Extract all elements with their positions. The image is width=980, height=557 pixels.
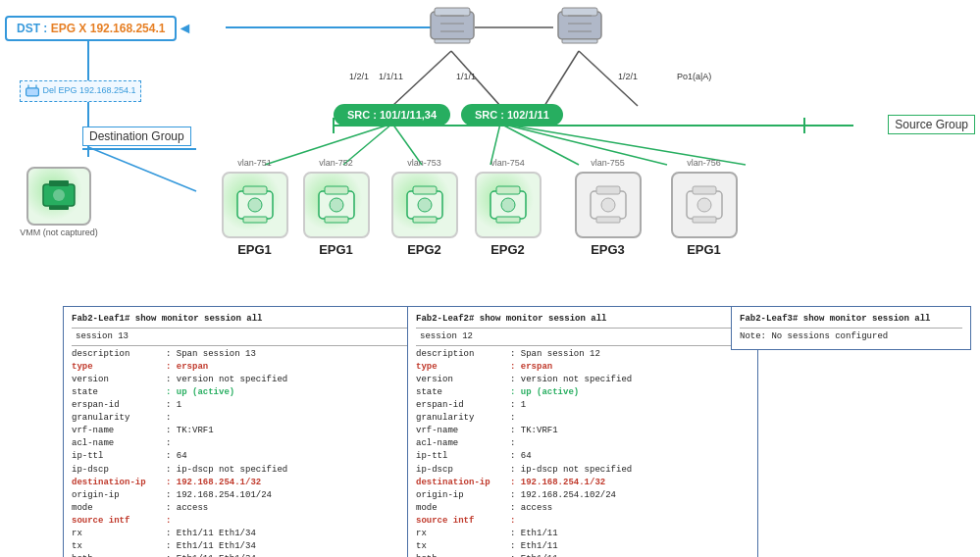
epg-node-5: vlan-755 EPG3 xyxy=(566,172,649,257)
terminal-leaf1-dstip: destination-ip: 192.168.254.1/32 xyxy=(72,477,415,489)
svg-point-38 xyxy=(53,189,65,201)
svg-point-58 xyxy=(601,198,615,212)
terminal-leaf1-ttl: ip-ttl: 64 xyxy=(72,450,415,463)
vmm-label: VMM (not captured) xyxy=(15,228,103,237)
spine-switch-2 xyxy=(554,4,605,51)
port-label-4: Po1(a|A) xyxy=(677,72,711,81)
terminal-leaf3-note: Note: No sessions configured xyxy=(740,330,962,343)
terminal-leaf1-mode: mode: access xyxy=(72,502,415,515)
svg-rect-43 xyxy=(243,217,267,223)
svg-point-50 xyxy=(418,198,432,212)
terminal-leaf2-version: version: version not specified xyxy=(416,374,749,386)
epg-label-2: EPG1 xyxy=(294,242,378,257)
svg-point-62 xyxy=(697,198,711,212)
dst-arrow: ◄ xyxy=(178,20,193,37)
dst-epg: EPG X xyxy=(51,22,87,35)
svg-rect-23 xyxy=(435,39,470,43)
terminal-leaf2-both: both: Eth1/11 xyxy=(416,553,749,557)
terminal-leaf1-acl: acl-name: xyxy=(72,437,415,450)
vlan-label-1: vlan-751 xyxy=(237,158,272,168)
svg-rect-45 xyxy=(325,186,348,194)
connection-lines xyxy=(0,0,980,304)
terminal-leaf2-session: session 12 xyxy=(420,330,749,343)
terminal-leaf2-rx: rx: Eth1/11 xyxy=(416,528,749,540)
epg-node-4: vlan-754 EPG2 xyxy=(466,172,549,257)
terminal-leaf2-tx: tx: Eth1/11 xyxy=(416,540,749,553)
terminal-leaf1-vrf: vrf-name: TK:VRF1 xyxy=(72,425,415,437)
terminal-leaf1-version: version: version not specified xyxy=(72,374,415,386)
svg-rect-28 xyxy=(562,8,597,16)
svg-rect-33 xyxy=(26,88,39,96)
vmm-box: VMM (not captured) xyxy=(15,167,103,237)
network-diagram: DST : EPG X 192.168.254.1 ◄ 1/2/1 1/1/11… xyxy=(0,0,980,304)
epg-label-3: EPG2 xyxy=(383,242,466,257)
terminal-leaf1-session: session 13 xyxy=(76,330,415,343)
src-box-2: SRC : 102/1/11 xyxy=(461,104,563,126)
epg-label-4: EPG2 xyxy=(466,242,549,257)
terminal-leaf1-desc: description: Span session 13 xyxy=(72,348,415,361)
terminal-leaf1-cmd: Fab2-Leaf1# show monitor session all xyxy=(72,313,415,326)
vlan-label-5: vlan-755 xyxy=(591,158,625,168)
epg-label-6: EPG1 xyxy=(662,242,746,257)
svg-rect-53 xyxy=(496,186,520,194)
terminal-leaf1-origip: origin-ip: 192.168.254.101/24 xyxy=(72,489,415,502)
terminal-leaf1-type: type: erspan xyxy=(72,361,415,374)
source-group-label: Source Group xyxy=(888,115,975,134)
terminal-leaf2-cmd: Fab2-Leaf2# show monitor session all xyxy=(416,313,749,326)
dst-epg-indicator: Del EPG 192.168.254.1 xyxy=(20,80,141,102)
terminal-leaf3-cmd: Fab2-Leaf3# show monitor session all xyxy=(740,313,962,326)
dst-ip: 192.168.254.1 xyxy=(90,22,166,35)
terminal-leaf2-gran: granularity: xyxy=(416,412,749,425)
terminal-leaf2-ttl: ip-ttl: 64 xyxy=(416,450,749,463)
vlan-label-6: vlan-756 xyxy=(687,158,721,168)
terminal-leaf2-origip: origin-ip: 192.168.254.102/24 xyxy=(416,489,749,502)
svg-rect-49 xyxy=(413,186,437,194)
svg-rect-63 xyxy=(693,217,716,223)
epg-node-6: vlan-756 EPG1 xyxy=(662,172,746,257)
svg-line-2 xyxy=(544,51,579,106)
terminal-leaf1-state: state: up (active) xyxy=(72,386,415,399)
svg-rect-51 xyxy=(413,217,437,223)
svg-rect-57 xyxy=(596,186,620,194)
epg-node-1: vlan-751 EPG1 xyxy=(213,172,296,257)
epg-label-1: EPG1 xyxy=(213,242,296,257)
terminal-leaf1-tx: tx: Eth1/11 Eth1/34 xyxy=(72,540,415,553)
dst-epg-box: DST : EPG X 192.168.254.1 ◄ xyxy=(5,16,177,41)
terminal-leaf1: Fab2-Leaf1# show monitor session all ses… xyxy=(63,306,424,557)
vlan-label-4: vlan-754 xyxy=(490,158,525,168)
svg-rect-41 xyxy=(243,186,267,194)
terminal-leaf1-dscp: ip-dscp: ip-dscp not specified xyxy=(72,464,415,477)
svg-line-10 xyxy=(500,124,667,165)
port-label-1: 1/1/11 xyxy=(379,72,403,81)
spine-switch-1 xyxy=(427,4,478,51)
epg-label-5: EPG3 xyxy=(566,242,649,257)
terminal-leaf2-dstip: destination-ip: 192.168.254.1/32 xyxy=(416,477,749,489)
svg-rect-47 xyxy=(325,217,348,223)
svg-point-42 xyxy=(248,198,262,212)
port-label-0: 1/2/1 xyxy=(349,72,369,81)
terminal-leaf1-erspan: erspan-id: 1 xyxy=(72,399,415,412)
terminal-leaf2-type: type: erspan xyxy=(416,361,749,374)
terminal-leaf2-desc: description: Span session 12 xyxy=(416,348,749,361)
svg-rect-37 xyxy=(49,180,69,186)
terminal-leaf1-srcintf: source intf: xyxy=(72,515,415,528)
terminal-leaf2-vrf: vrf-name: TK:VRF1 xyxy=(416,425,749,437)
terminal-leaf2-mode: mode: access xyxy=(416,502,749,515)
epg-node-3: vlan-753 EPG2 xyxy=(383,172,466,257)
svg-rect-29 xyxy=(562,39,597,43)
svg-rect-55 xyxy=(496,217,520,223)
dst-label: DST : xyxy=(17,22,51,35)
epg-node-2: vlan-752 EPG1 xyxy=(294,172,378,257)
terminal-leaf1-both: both: Eth1/11 Eth1/34 xyxy=(72,553,415,557)
vlan-label-2: vlan-752 xyxy=(319,158,353,168)
svg-point-46 xyxy=(330,198,343,212)
terminal-leaf2-srcintf: source intf: xyxy=(416,515,749,528)
terminal-leaf3: Fab2-Leaf3# show monitor session all Not… xyxy=(731,306,971,350)
src-box-1: SRC : 101/1/11,34 xyxy=(334,104,450,126)
terminal-leaf2-erspan: erspan-id: 1 xyxy=(416,399,749,412)
destination-group-label: Destination Group xyxy=(82,127,191,146)
svg-rect-59 xyxy=(596,217,620,223)
terminal-leaf1-rx: rx: Eth1/11 Eth1/34 xyxy=(72,528,415,540)
terminal-leaf1-gran: granularity: xyxy=(72,412,415,425)
port-label-3: 1/2/1 xyxy=(618,72,638,81)
